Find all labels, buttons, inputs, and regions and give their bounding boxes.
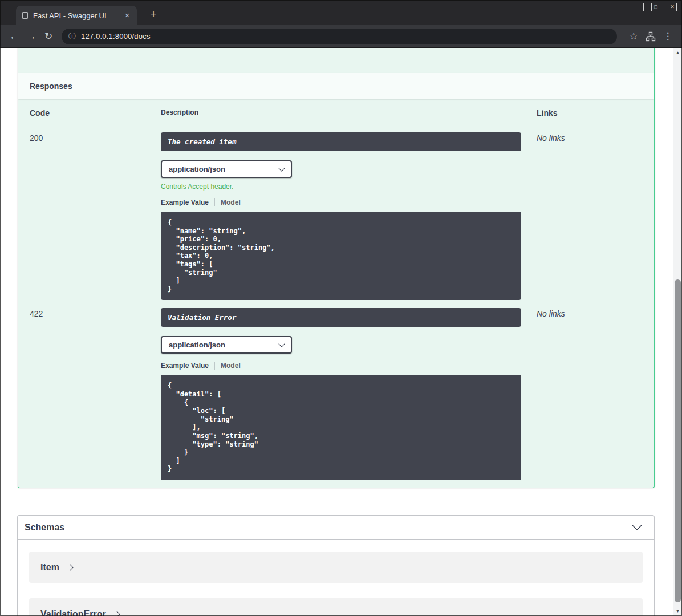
example-json-200: { "name": "string", "price": 0, "descrip… xyxy=(161,212,521,300)
url-text: 127.0.0.1:8000/docs xyxy=(81,32,151,40)
swagger-page: Responses Code Description Links 200 The… xyxy=(0,48,682,616)
chevron-right-icon xyxy=(67,564,73,570)
sitemap-icon[interactable] xyxy=(642,28,659,45)
response-description: Validation Error xyxy=(161,308,521,327)
responses-title: Responses xyxy=(30,82,72,91)
column-header-code: Code xyxy=(30,108,161,117)
schemas-title: Schemas xyxy=(25,522,64,533)
schema-name: ValidationError xyxy=(40,609,106,616)
example-model-tabs: Example Value Model xyxy=(161,362,537,370)
responses-table: Code Description Links 200 The created i… xyxy=(18,99,654,480)
schemas-header[interactable]: Schemas xyxy=(18,516,654,540)
responses-table-head: Code Description Links xyxy=(30,108,643,124)
tab-example-value[interactable]: Example Value xyxy=(161,198,209,206)
tab-example-value[interactable]: Example Value xyxy=(161,362,209,370)
scrollbar-thumb[interactable] xyxy=(675,279,681,602)
new-tab-button[interactable]: + xyxy=(147,8,160,21)
titlebar: Fast API - Swagger UI × + – □ ✕ xyxy=(0,0,682,25)
media-type-select[interactable]: application/json xyxy=(161,336,292,354)
browser-tab[interactable]: Fast API - Swagger UI × xyxy=(16,6,137,25)
response-row-422: 422 Validation Error application/json Ex… xyxy=(30,300,643,480)
tab-separator xyxy=(214,362,215,370)
window-controls: – □ ✕ xyxy=(635,3,677,11)
scroll-down-icon[interactable]: ▼ xyxy=(673,609,682,614)
tab-model[interactable]: Model xyxy=(221,198,241,206)
schemas-list: Item ValidationError xyxy=(18,540,654,616)
response-code: 422 xyxy=(30,308,161,480)
responses-header: Responses xyxy=(18,73,654,99)
column-header-links: Links xyxy=(537,108,632,117)
page-scrollbar[interactable]: ▲ ▼ xyxy=(673,48,682,616)
media-type-select[interactable]: application/json xyxy=(161,160,292,178)
maximize-button[interactable]: □ xyxy=(651,3,660,11)
tab-separator xyxy=(214,198,215,206)
column-header-description: Description xyxy=(161,108,537,117)
response-links: No links xyxy=(537,308,632,480)
response-code: 200 xyxy=(30,132,161,300)
example-model-tabs: Example Value Model xyxy=(161,198,537,206)
site-info-icon[interactable]: ⓘ xyxy=(68,31,76,42)
tab-close-icon[interactable]: × xyxy=(122,10,132,21)
response-row-200: 200 The created item application/json Co… xyxy=(30,124,643,300)
response-links: No links xyxy=(537,132,632,300)
media-type-value: application/json xyxy=(169,341,225,349)
page-icon xyxy=(22,12,28,19)
schemas-section: Schemas Item ValidationError xyxy=(17,515,655,616)
schema-validationerror[interactable]: ValidationError xyxy=(29,598,643,616)
response-description-cell: Validation Error application/json Exampl… xyxy=(161,308,537,480)
schema-name: Item xyxy=(40,562,59,573)
chevron-down-icon xyxy=(278,165,285,171)
scroll-up-icon[interactable]: ▲ xyxy=(673,50,682,55)
url-bar[interactable]: ⓘ 127.0.0.1:8000/docs xyxy=(62,29,617,44)
chevron-down-icon xyxy=(631,525,643,530)
tab-model[interactable]: Model xyxy=(221,362,241,370)
schema-item[interactable]: Item xyxy=(29,552,643,583)
bookmark-star-icon[interactable]: ☆ xyxy=(625,28,642,45)
menu-icon[interactable]: ⋮ xyxy=(659,28,676,45)
chevron-down-icon xyxy=(278,341,285,347)
response-description: The created item xyxy=(161,132,521,151)
navbar: ← → ↻ ⓘ 127.0.0.1:8000/docs ☆ ⋮ xyxy=(0,25,682,48)
example-json-422: { "detail": [ { "loc": [ "string" ], "ms… xyxy=(161,375,521,480)
back-icon[interactable]: ← xyxy=(6,28,23,45)
media-type-value: application/json xyxy=(169,165,225,173)
reload-icon[interactable]: ↻ xyxy=(40,28,57,45)
close-button[interactable]: ✕ xyxy=(668,3,677,11)
minimize-button[interactable]: – xyxy=(635,3,644,11)
controls-accept-note: Controls Accept header. xyxy=(161,183,537,191)
tab-title: Fast API - Swagger UI xyxy=(33,11,122,20)
response-description-cell: The created item application/json Contro… xyxy=(161,132,537,300)
opblock-responses-section: Responses Code Description Links 200 The… xyxy=(18,48,655,488)
forward-icon[interactable]: → xyxy=(23,28,40,45)
chevron-right-icon xyxy=(113,611,120,616)
